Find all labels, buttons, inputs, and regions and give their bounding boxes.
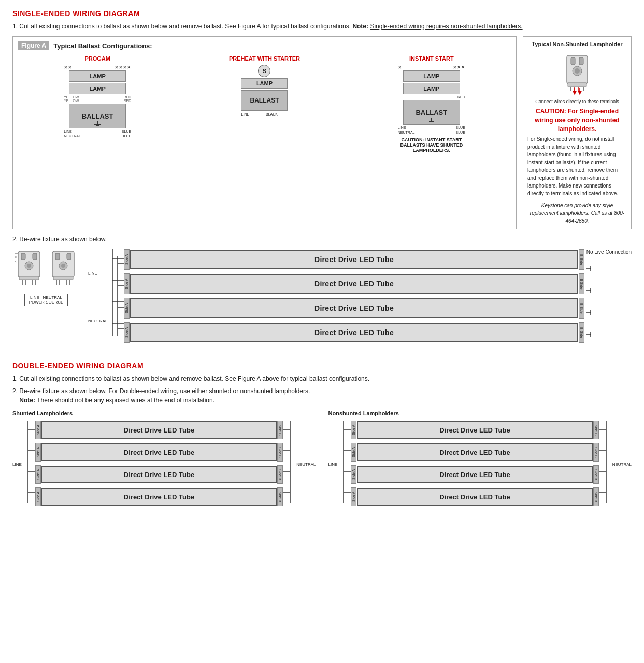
config-instant: INSTANT START ✕ ✕✕✕ LAMP LAMP RED	[352, 55, 511, 153]
led-tube-2: Direct Drive LED Tube	[130, 274, 578, 294]
nonshunted-line-label: LINE	[328, 421, 338, 508]
led-tube-3: Direct Drive LED Tube	[130, 298, 578, 318]
figure-a-label: Figure A	[18, 41, 49, 50]
single-wiring-area: LINE NEUTRAL	[88, 249, 632, 344]
shunted-side-a-1: Side A	[35, 421, 41, 439]
double-ended-step2: 2. Re-wire fixture as shown below. For D…	[12, 386, 632, 405]
side-a-label-3: Side A	[124, 298, 130, 319]
caution-footer-text: Keystone can provide any style replaceme…	[527, 201, 627, 225]
shunted-side-a-4: Side A	[35, 487, 41, 506]
shunted-left-svg	[23, 421, 35, 503]
shunted-side-b-2: Side B	[277, 443, 283, 462]
instant-diagram: ✕ ✕✕✕ LAMP LAMP RED BALLAST	[398, 65, 465, 134]
lampholder-illustration	[527, 50, 627, 97]
svg-rect-30	[53, 276, 73, 280]
svg-point-4	[575, 68, 580, 74]
tube-row-3: Side A Direct Drive LED Tube B Side	[124, 298, 584, 319]
side-a-label-4: Side A	[124, 322, 130, 343]
caution-right-box: Typical Non-Shunted Lampholder	[523, 36, 632, 229]
shunted-neutral-label: NEUTRAL	[296, 421, 316, 508]
ballast-configs: PROGAM ✕✕ ✕✕✕✕ LAMP LAMP YELLOW	[18, 55, 511, 153]
preheat-title: PREHEAT WITH STARTER	[229, 55, 300, 62]
config-preheat: PREHEAT WITH STARTER S LAMP BALLAST LINE	[185, 55, 344, 116]
svg-text:×: ×	[15, 260, 17, 263]
single-wiring-svg	[108, 249, 124, 336]
svg-point-29	[61, 264, 65, 268]
nonshunted-side-b-4: Side B	[593, 487, 599, 506]
double-ended-title: DOUBLE-ENDED WIRING DIAGRAM	[12, 362, 632, 370]
caution-body-text: For Single-ended wiring, do not install …	[527, 135, 627, 197]
progam-title: PROGAM	[84, 55, 110, 62]
svg-rect-13	[21, 253, 25, 260]
side-b-label-2: B Side	[579, 273, 584, 294]
shunted-led-3: Direct Drive LED Tube	[41, 466, 277, 483]
led-tube-1: Direct Drive LED Tube	[130, 250, 578, 269]
single-ended-section: SINGLE-ENDED WIRING DIAGRAM 1. Cut all e…	[12, 9, 632, 344]
nonshunted-side-b-1: Side B	[593, 421, 599, 439]
nonshunted-tube-1: Side A Direct Drive LED Tube Side B	[351, 421, 598, 439]
nonshunted-led-1: Direct Drive LED Tube	[357, 421, 592, 439]
caution-single-ended-title: CAUTION: For Single-ended wiring use onl…	[527, 107, 627, 133]
connect-label: Connect wires directly to these terminal…	[527, 99, 627, 104]
main-row: Figure A Typical Ballast Configurations:…	[12, 36, 632, 229]
svg-rect-14	[33, 253, 37, 260]
shunted-tubes: Side A Direct Drive LED Tube Side B Side…	[35, 421, 283, 508]
side-b-label-3: B Side	[579, 298, 584, 319]
shunted-led-4: Direct Drive LED Tube	[41, 488, 277, 506]
nonshunted-right-svg	[599, 421, 611, 503]
no-live-side: No Live Connection	[586, 249, 632, 344]
shunted-col: Shunted Lampholders LINE Side A	[12, 410, 316, 508]
figure-a-title: Typical Ballast Configurations:	[53, 42, 152, 50]
preheat-lamp1: LAMP	[241, 78, 288, 89]
lampholder-svg	[556, 50, 598, 97]
side-a-label-2: Side A	[124, 273, 130, 294]
nonshunted-left-svg	[338, 421, 351, 503]
tube-row-2: Side A Direct Drive LED Tube B Side	[124, 273, 584, 294]
nonshunted-side-a-1: Side A	[351, 421, 356, 439]
svg-point-16	[27, 264, 31, 268]
progam-lamp1: LAMP	[69, 70, 126, 82]
line-neutral-labels: LINE NEUTRAL	[88, 249, 107, 344]
instant-lamp1: LAMP	[403, 70, 460, 82]
rewire-row: × × LINE NEUT	[12, 249, 632, 344]
side-b-label-1: B Side	[579, 249, 584, 270]
progam-lamp2: LAMP	[69, 83, 126, 94]
nonshunted-wiring: LINE Side A Direct Drive LED Tube Side B	[328, 421, 632, 508]
nonshunted-led-4: Direct Drive LED Tube	[357, 488, 592, 506]
no-live-label: No Live Connection	[586, 249, 632, 255]
nonshunted-side-a-4: Side A	[351, 487, 356, 506]
caution-lampholder-title: Typical Non-Shunted Lampholder	[527, 41, 627, 47]
right-caps-svg	[586, 257, 597, 344]
figure-a-header: Figure A Typical Ballast Configurations:	[18, 41, 511, 50]
shunted-side-b-4: Side B	[277, 487, 283, 506]
double-diagrams-row: Shunted Lampholders LINE Side A	[12, 410, 632, 508]
progam-ballast: BALLAST	[69, 104, 126, 128]
led-tube-4: Direct Drive LED Tube	[130, 323, 578, 342]
tube-row-1: Side A Direct Drive LED Tube B Side	[124, 249, 584, 270]
shunted-wiring: LINE Side A Direct Drive LED Tube Side B	[12, 421, 316, 508]
section-divider	[12, 354, 632, 354]
preheat-ballast: BALLAST	[241, 90, 288, 111]
side-b-label-4: B Side	[579, 322, 584, 343]
tube-row-4: Side A Direct Drive LED Tube B Side	[124, 322, 584, 343]
shunted-tube-3: Side A Direct Drive LED Tube Side B	[35, 465, 283, 484]
shunted-tube-4: Side A Direct Drive LED Tube Side B	[35, 487, 283, 506]
nonshunted-col: Nonshunted Lampholders LINE Side A	[328, 410, 632, 508]
nonshunted-neutral-label: NEUTRAL	[612, 421, 632, 508]
progam-diagram: ✕✕ ✕✕✕✕ LAMP LAMP YELLOW YELLOW	[64, 65, 131, 138]
instant-caution: CAUTION: INSTANT START BALLASTS HAVE SHU…	[395, 137, 468, 153]
tubes-column: Side A Direct Drive LED Tube B Side Side…	[124, 249, 584, 344]
two-lampholders: × ×	[14, 249, 78, 291]
instant-ballast: BALLAST	[403, 100, 460, 125]
double-ended-step1: 1. Cut all existing connections to balla…	[12, 374, 632, 383]
nonshunted-tube-2: Side A Direct Drive LED Tube Side B	[351, 443, 598, 462]
shunted-tube-1: Side A Direct Drive LED Tube Side B	[35, 421, 283, 439]
instant-lamp2: LAMP	[403, 83, 460, 94]
lampholders-left: × × LINE NEUT	[12, 249, 80, 306]
shunted-side-b-1: Side B	[277, 421, 283, 439]
power-source-label: LINE NEUTRALPOWER SOURCE	[24, 294, 68, 306]
nonshunted-side-a-2: Side A	[351, 443, 356, 462]
svg-rect-5	[568, 82, 586, 87]
nonshunted-tube-4: Side A Direct Drive LED Tube Side B	[351, 487, 598, 506]
svg-rect-27	[67, 253, 71, 260]
